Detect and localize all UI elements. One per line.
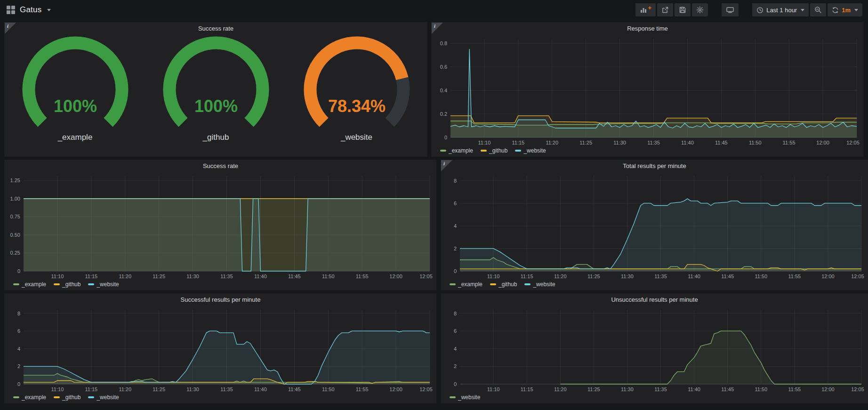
add-panel-icon (640, 6, 647, 14)
legend-label: _github (498, 281, 517, 288)
svg-text:0: 0 (454, 268, 457, 274)
svg-text:11:15: 11:15 (521, 273, 533, 279)
legend-color-dash (490, 283, 496, 285)
panel-title[interactable]: Unsuccessful results per minute (441, 294, 868, 306)
svg-text:11:20: 11:20 (554, 386, 567, 392)
svg-text:11:50: 11:50 (322, 386, 335, 392)
legend-item-_github[interactable]: _github (490, 281, 517, 288)
legend-item-_github[interactable]: _github (54, 394, 80, 401)
legend-color-dash (13, 396, 19, 398)
legend-item-_website[interactable]: _website (450, 394, 480, 401)
svg-text:11:25: 11:25 (153, 386, 165, 392)
clock-icon (756, 7, 764, 14)
panel-info-icon[interactable] (5, 23, 16, 34)
svg-text:0.50: 0.50 (10, 232, 20, 238)
zoom-out-icon (814, 6, 822, 14)
legend-color-dash (88, 283, 94, 285)
svg-text:4: 4 (454, 346, 457, 352)
legend-item-_github[interactable]: _github (481, 147, 507, 154)
chart-area: 0246811:1011:1511:2011:2511:3011:3511:40… (441, 172, 868, 290)
chart-legend: _example_github_website (434, 146, 860, 155)
svg-text:11:45: 11:45 (715, 140, 728, 145)
legend-label: _example (458, 281, 482, 288)
caret-down-icon (854, 9, 858, 11)
legend-item-_example[interactable]: _example (13, 281, 46, 288)
panel-title[interactable]: Success rate (5, 160, 436, 172)
svg-text:11:40: 11:40 (688, 273, 700, 279)
svg-text:0.2: 0.2 (440, 111, 447, 117)
legend-item-_example[interactable]: _example (450, 281, 482, 288)
legend-item-_website[interactable]: _website (88, 281, 119, 288)
dashboard-title[interactable]: Gatus (20, 5, 41, 15)
svg-text:11:20: 11:20 (546, 140, 558, 145)
gear-icon (696, 6, 704, 14)
share-button[interactable] (657, 3, 673, 16)
svg-text:0.75: 0.75 (10, 214, 20, 219)
dashboard-picker[interactable]: Gatus (7, 5, 51, 15)
tv-mode-button[interactable] (722, 3, 739, 16)
panel-title[interactable]: Successful results per minute (5, 294, 436, 306)
svg-text:6: 6 (17, 328, 20, 334)
add-panel-button[interactable]: + (635, 3, 656, 16)
panel-total-results: i Total results per minute 0246811:1011:… (441, 160, 868, 290)
svg-text:0: 0 (444, 135, 447, 140)
svg-text:11:45: 11:45 (288, 273, 301, 279)
svg-text:11:40: 11:40 (254, 273, 267, 279)
time-series-plot[interactable]: 00.250.500.751.001.2511:1011:1511:2011:2… (7, 172, 434, 281)
svg-text:11:10: 11:10 (51, 273, 64, 279)
time-series-plot[interactable]: 00.20.40.60.811:1011:1511:2011:2511:3011… (434, 35, 860, 147)
svg-text:11:10: 11:10 (487, 273, 500, 279)
svg-text:11:55: 11:55 (356, 386, 369, 392)
save-icon (679, 6, 686, 14)
time-series-plot[interactable]: 0246811:1011:1511:2011:2511:3011:3511:40… (443, 306, 865, 394)
panel-info-icon[interactable] (432, 23, 443, 34)
zoom-out-button[interactable] (810, 3, 826, 16)
chart-legend: _example_github_website (7, 393, 434, 402)
svg-text:11:45: 11:45 (721, 273, 734, 279)
time-range-button[interactable]: Last 1 hour (752, 3, 809, 16)
svg-text:0.8: 0.8 (440, 40, 447, 46)
gauge-group: 100% _example 100% _github 78.34% _websi… (5, 35, 427, 156)
plot-wrap: 0246811:1011:1511:2011:2511:3011:3511:40… (443, 172, 865, 280)
panel-success-rate-ts: Success rate 00.250.500.751.001.2511:101… (4, 160, 437, 290)
gauge-website: 78.34% _website (297, 36, 416, 142)
panel-title[interactable]: Success rate (5, 23, 427, 35)
panel-title[interactable]: Response time (432, 23, 863, 35)
plot-wrap: 0246811:1011:1511:2011:2511:3011:3511:40… (443, 306, 865, 393)
svg-text:11:25: 11:25 (587, 386, 600, 392)
legend-item-_example[interactable]: _example (13, 394, 46, 401)
refresh-interval-label: 1m (842, 7, 851, 14)
refresh-button[interactable]: 1m (828, 3, 862, 16)
legend-item-_example[interactable]: _example (440, 147, 473, 154)
panel-title[interactable]: Total results per minute (441, 160, 868, 172)
time-series-plot[interactable]: 0246811:1011:1511:2011:2511:3011:3511:40… (7, 306, 434, 394)
dashboards-grid-icon[interactable] (7, 6, 15, 14)
legend-item-_website[interactable]: _website (88, 394, 119, 401)
legend-item-_github[interactable]: _github (54, 281, 80, 288)
panel-unsuccessful-results: Unsuccessful results per minute 0246811:… (441, 293, 868, 403)
dashboard-grid: i Success rate 100% _example 100% _githu… (0, 20, 868, 406)
svg-text:11:45: 11:45 (288, 386, 301, 392)
panel-info-icon[interactable] (441, 160, 452, 171)
plot-wrap: 00.20.40.60.811:1011:1511:2011:2511:3011… (434, 35, 860, 146)
legend-item-_website[interactable]: _website (524, 281, 555, 288)
settings-button[interactable] (692, 3, 708, 16)
caret-down-icon (801, 9, 804, 11)
panel-successful-results: Successful results per minute 0246811:10… (4, 293, 437, 403)
chart-legend: _example_github_website (7, 280, 434, 289)
gauge-value: 100% (194, 96, 237, 116)
svg-text:11:50: 11:50 (749, 140, 762, 145)
gauge-arc: 78.34% (297, 36, 416, 132)
time-series-plot[interactable]: 0246811:1011:1511:2011:2511:3011:3511:40… (443, 172, 865, 281)
save-button[interactable] (675, 3, 691, 16)
svg-text:11:55: 11:55 (783, 140, 796, 145)
chart-area: 00.250.500.751.001.2511:1011:1511:2011:2… (5, 172, 436, 290)
legend-item-_website[interactable]: _website (515, 147, 546, 154)
svg-text:12:05: 12:05 (846, 140, 860, 145)
svg-text:11:40: 11:40 (254, 386, 267, 392)
legend-color-dash (515, 150, 521, 152)
share-icon (661, 6, 669, 14)
plot-wrap: 00.250.500.751.001.2511:1011:1511:2011:2… (7, 172, 434, 280)
svg-text:0.25: 0.25 (10, 250, 20, 256)
svg-text:11:25: 11:25 (587, 273, 600, 279)
